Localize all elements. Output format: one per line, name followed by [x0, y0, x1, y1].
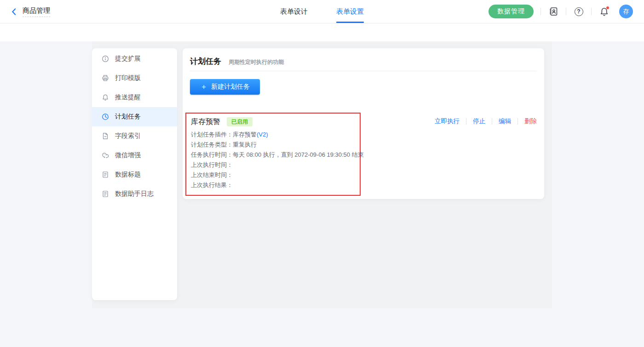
task-detail-schedule: 任务执行时间：每天 08:00 执行，直到 2072-09-06 19:30:5…: [191, 150, 355, 160]
panel-title: 计划任务: [190, 56, 221, 67]
list-doc-icon: [102, 190, 109, 198]
task-detail-plugin: 计划任务插件：库存预警(V2): [191, 130, 355, 140]
sidebar-item-submit-extension[interactable]: 提交扩展: [92, 49, 177, 68]
sidebar-item-label: 打印模版: [115, 74, 141, 82]
delete-link[interactable]: 删除: [524, 117, 537, 125]
sidebar-item-label: 字段索引: [115, 132, 141, 140]
header-left: 商品管理: [10, 0, 50, 23]
divider: [492, 118, 492, 125]
sidebar-item-label: 微信增强: [115, 151, 141, 159]
divider: [466, 118, 466, 125]
sidebar-item-print-template[interactable]: 打印模版: [92, 68, 177, 88]
back-button[interactable]: [10, 8, 18, 16]
panel-header: 计划任务 周期性定时执行的功能: [190, 48, 537, 71]
header-right: 数据管理 ? 存: [489, 0, 633, 23]
sidebar-item-label: 数据标题: [115, 171, 141, 179]
sidebar-item-push-reminder[interactable]: 推送提醒: [92, 88, 177, 107]
plus-icon: ＋: [200, 83, 207, 91]
task-item: 库存预警 已启用 计划任务插件：库存预警(V2) 计划任务类型：重复执行 任务执…: [190, 113, 537, 196]
form-title[interactable]: 商品管理: [23, 6, 50, 17]
run-now-link[interactable]: 立即执行: [435, 117, 460, 125]
tab-form-design[interactable]: 表单设计: [280, 0, 308, 23]
task-detail-last-result: 上次执行结果：: [191, 180, 355, 190]
task-actions: 立即执行 停止 编辑 删除: [435, 117, 537, 125]
content-area: 提交扩展 打印模版 推送提醒: [92, 41, 552, 308]
sidebar-item-scheduled-task[interactable]: 计划任务: [92, 107, 177, 126]
bell-icon: [102, 94, 109, 101]
clock-icon: [102, 113, 109, 120]
contacts-icon[interactable]: [548, 6, 559, 17]
info-icon: [102, 55, 109, 63]
task-name: 库存预警: [191, 117, 220, 127]
sidebar-item-label: 数据助手日志: [115, 190, 154, 198]
sidebar-item-wechat-enhance[interactable]: 微信增强: [92, 146, 177, 165]
task-detail-last-run: 上次执行时间：: [191, 160, 355, 170]
help-icon[interactable]: ?: [573, 6, 584, 17]
plugin-version-link[interactable]: (V2): [257, 131, 268, 138]
task-highlight-box: 库存预警 已启用 计划任务插件：库存预警(V2) 计划任务类型：重复执行 任务执…: [185, 113, 361, 196]
top-bar: 商品管理 表单设计 表单设置 数据管理 ? 存: [0, 0, 644, 23]
status-badge: 已启用: [227, 117, 253, 126]
notification-badge: [606, 6, 610, 10]
printer-icon: [102, 74, 109, 82]
stop-link[interactable]: 停止: [473, 117, 485, 125]
task-detail-last-end: 上次结束时间：: [191, 170, 355, 180]
divider: [591, 8, 592, 15]
task-detail-type: 计划任务类型：重复执行: [191, 140, 355, 150]
divider: [566, 8, 566, 15]
edit-link[interactable]: 编辑: [499, 117, 511, 125]
settings-sidebar: 提交扩展 打印模版 推送提醒: [92, 48, 177, 300]
data-manage-button[interactable]: 数据管理: [489, 5, 534, 18]
back-chevron-icon: [10, 8, 18, 16]
wechat-icon: [102, 152, 109, 159]
avatar[interactable]: 存: [619, 5, 633, 18]
sidebar-item-label: 计划任务: [115, 113, 141, 121]
task-details: 计划任务插件：库存预警(V2) 计划任务类型：重复执行 任务执行时间：每天 08…: [191, 130, 355, 190]
page-icon: [102, 132, 109, 140]
divider: [518, 118, 518, 125]
sidebar-item-data-assistant-log[interactable]: 数据助手日志: [92, 184, 177, 204]
divider: [540, 8, 541, 15]
new-scheduled-task-button[interactable]: ＋ 新建计划任务: [190, 79, 260, 95]
notification-bell-icon[interactable]: [598, 6, 610, 17]
task-header: 库存预警 已启用: [191, 116, 355, 127]
tab-form-settings[interactable]: 表单设置: [336, 0, 364, 23]
sidebar-item-data-title[interactable]: 数据标题: [92, 165, 177, 184]
header-tabs: 表单设计 表单设置: [280, 0, 364, 23]
sidebar-item-field-index[interactable]: 字段索引: [92, 126, 177, 146]
sidebar-item-label: 提交扩展: [115, 55, 141, 63]
scheduled-task-panel: 计划任务 周期性定时执行的功能 ＋ 新建计划任务 库存预警 已启用 计划任务插件…: [183, 48, 544, 199]
panel-subtitle: 周期性定时执行的功能: [229, 58, 284, 66]
sidebar-item-label: 推送提醒: [115, 93, 141, 102]
list-doc-icon: [102, 171, 109, 178]
